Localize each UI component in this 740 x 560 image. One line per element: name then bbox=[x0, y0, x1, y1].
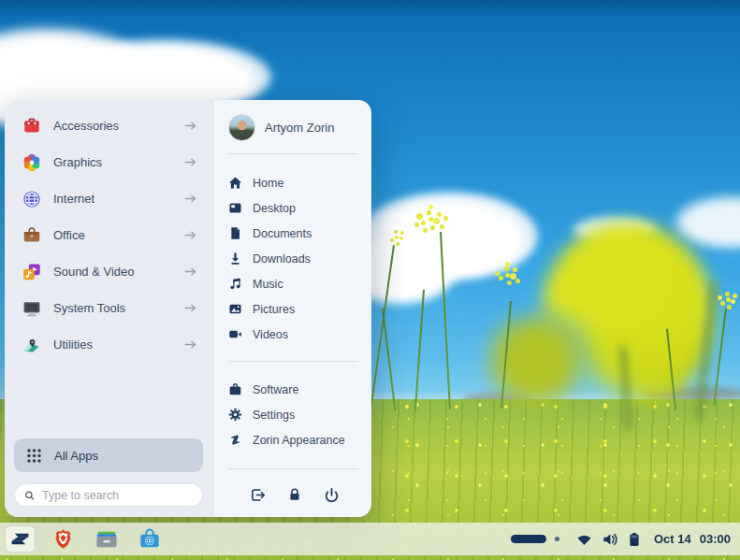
category-sound-video[interactable]: Sound & Video bbox=[14, 253, 203, 290]
clock-time: 03:00 bbox=[700, 532, 731, 546]
all-apps-label: All Apps bbox=[54, 449, 98, 463]
zorin-menu-button[interactable] bbox=[5, 525, 36, 553]
places-list: Home Desktop Documents bbox=[228, 170, 358, 347]
arrow-right-icon bbox=[183, 301, 197, 315]
arrow-right-icon bbox=[183, 119, 197, 133]
wifi-status[interactable] bbox=[576, 532, 592, 546]
desktop: Accessories Graphics bbox=[0, 0, 740, 560]
utility-map-icon bbox=[22, 335, 42, 355]
blurred-flower bbox=[475, 316, 597, 405]
wifi-icon bbox=[576, 532, 592, 546]
toolbox-icon bbox=[22, 116, 42, 136]
divider bbox=[228, 153, 358, 154]
apps-grid-icon bbox=[26, 448, 42, 464]
workspace-indicator-pill[interactable] bbox=[511, 535, 546, 543]
battery-icon bbox=[628, 532, 641, 547]
clock-date: Oct 14 bbox=[654, 532, 691, 546]
category-label: Utilities bbox=[53, 337, 172, 352]
color-flower-icon bbox=[22, 152, 42, 173]
gear-icon bbox=[228, 408, 242, 422]
log-out-button[interactable] bbox=[241, 481, 273, 508]
menu-categories-column: Accessories Graphics bbox=[5, 100, 212, 517]
category-label: Sound & Video bbox=[53, 265, 172, 279]
software-bag-icon bbox=[228, 382, 242, 396]
category-utilities[interactable]: Utilities bbox=[14, 326, 203, 363]
zorin-z-icon bbox=[228, 433, 242, 447]
volume-status[interactable] bbox=[602, 532, 618, 547]
music-video-icon bbox=[22, 262, 42, 282]
brave-browser-icon bbox=[51, 527, 75, 551]
divider bbox=[228, 468, 358, 469]
desktop-icon bbox=[228, 201, 242, 215]
category-label: Office bbox=[53, 228, 172, 242]
brave-browser-button[interactable] bbox=[48, 525, 79, 553]
arrow-right-icon bbox=[183, 228, 197, 242]
arrow-right-icon bbox=[183, 337, 197, 352]
all-apps-button[interactable]: All Apps bbox=[14, 438, 203, 472]
place-pictures[interactable]: Pictures bbox=[228, 296, 358, 322]
taskbar: Oct 14 03:00 bbox=[0, 523, 740, 555]
category-office[interactable]: Office bbox=[14, 217, 203, 253]
place-home[interactable]: Home bbox=[228, 170, 358, 195]
file-manager-icon bbox=[94, 527, 119, 552]
user-name: Artyom Zorin bbox=[265, 121, 334, 135]
search-icon bbox=[24, 489, 35, 502]
clock[interactable]: Oct 14 03:00 bbox=[654, 532, 731, 546]
search-box[interactable] bbox=[14, 483, 203, 507]
search-input[interactable] bbox=[42, 489, 193, 502]
flower-bloom bbox=[505, 273, 510, 278]
place-videos[interactable]: Videos bbox=[228, 322, 358, 347]
place-label: Videos bbox=[253, 328, 288, 341]
category-system-tools[interactable]: System Tools bbox=[14, 290, 203, 326]
divider bbox=[228, 361, 358, 362]
globe-icon bbox=[22, 189, 42, 209]
category-internet[interactable]: Internet bbox=[14, 180, 203, 217]
place-downloads[interactable]: Downloads bbox=[228, 246, 358, 271]
system-tray: Oct 14 03:00 bbox=[511, 532, 740, 547]
software-store-icon bbox=[138, 527, 162, 552]
power-icon bbox=[324, 487, 340, 503]
workspace-indicator-dot[interactable] bbox=[555, 537, 559, 541]
flower-bloom bbox=[726, 297, 731, 302]
place-label: Pictures bbox=[253, 303, 295, 316]
place-label: Home bbox=[253, 177, 283, 190]
power-button[interactable] bbox=[315, 481, 347, 508]
arrow-right-icon bbox=[183, 265, 197, 279]
category-label: Accessories bbox=[53, 119, 172, 133]
battery-status[interactable] bbox=[628, 532, 641, 547]
place-desktop[interactable]: Desktop bbox=[228, 195, 358, 221]
download-icon bbox=[228, 251, 242, 266]
flower-bloom bbox=[428, 217, 433, 222]
volume-icon bbox=[602, 532, 618, 547]
category-graphics[interactable]: Graphics bbox=[14, 144, 203, 180]
music-note-icon bbox=[228, 277, 242, 291]
place-music[interactable]: Music bbox=[228, 271, 358, 296]
place-documents[interactable]: Documents bbox=[228, 221, 358, 246]
picture-icon bbox=[228, 302, 242, 316]
shortcut-label: Software bbox=[253, 383, 298, 396]
shortcut-zorin-appearance[interactable]: Zorin Appearance bbox=[228, 427, 358, 452]
taskbar-apps bbox=[0, 525, 165, 553]
document-icon bbox=[228, 226, 242, 240]
shortcut-label: Zorin Appearance bbox=[253, 434, 345, 447]
shortcut-software[interactable]: Software bbox=[228, 377, 358, 402]
place-label: Documents bbox=[253, 227, 312, 240]
monitor-icon bbox=[22, 298, 42, 319]
file-manager-button[interactable] bbox=[91, 525, 122, 553]
category-accessories[interactable]: Accessories bbox=[14, 108, 203, 144]
software-store-button[interactable] bbox=[134, 525, 165, 553]
log-out-icon bbox=[250, 487, 266, 503]
session-row bbox=[228, 481, 358, 508]
flower-bloom bbox=[395, 236, 399, 239]
shortcuts-list: Software bbox=[228, 377, 358, 452]
place-label: Music bbox=[253, 278, 283, 291]
user-row[interactable]: Artyom Zorin bbox=[228, 113, 358, 141]
category-label: Internet bbox=[53, 192, 172, 206]
shortcut-settings[interactable]: Settings bbox=[228, 402, 358, 427]
home-icon bbox=[228, 176, 242, 190]
zorin-menu-logo bbox=[8, 527, 32, 551]
arrow-right-icon bbox=[183, 155, 197, 169]
briefcase-icon bbox=[22, 225, 42, 246]
lock-screen-button[interactable] bbox=[279, 481, 311, 508]
menu-places-column: Artyom Zorin Home Desktop bbox=[212, 100, 371, 517]
